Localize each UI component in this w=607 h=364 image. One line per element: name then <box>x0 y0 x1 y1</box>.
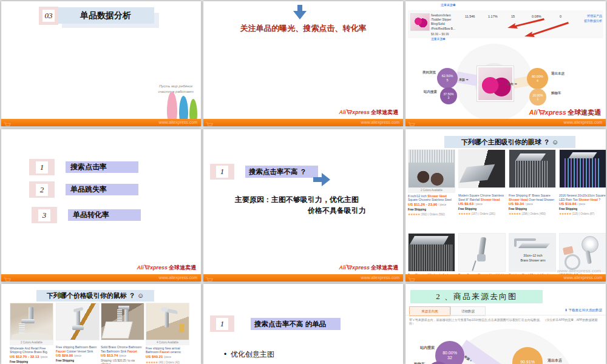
cart-logo-icon <box>538 109 545 115</box>
section-title: 单品数据分析 <box>57 7 154 24</box>
product-title[interactable]: 2016 Newest 20x20x10cm Square LED Rain T… <box>559 194 606 201</box>
product-price: US $29.00 /piece <box>56 354 100 359</box>
product-title[interactable]: Free Shipping 8" Brass Square Shower Hea… <box>509 194 556 201</box>
product-image-shower-arm: 30cm~12 inch Brass Shower arm <box>509 233 556 272</box>
footer-url: www.aliexpress.com <box>159 120 197 124</box>
product-card[interactable]: Free Shipping 8" Brass Square Shower Hea… <box>509 149 556 216</box>
slide-9[interactable]: 2 、商品来源去向图 来源去向图 详细数据 ⬇ 下载最近30天原始数据 带'+'… <box>405 284 606 364</box>
source-bubble-2[interactable]: 37.50% 3 <box>440 87 457 104</box>
product-thumbnail[interactable] <box>410 13 430 31</box>
product-card[interactable]: 2 Colors Available 8 inch/12 inch Shower… <box>408 149 455 217</box>
slide-7[interactable]: 下列哪个价格吸引你的鼠标 ？ ☺ 2 Colors Available Whol… <box>1 284 201 364</box>
handle-shape <box>478 237 486 256</box>
basin-shape <box>102 322 133 339</box>
manage-product-link[interactable]: 管理该产品 <box>584 13 602 18</box>
slide-footer-bar: www.aliexpress.com <box>203 274 403 281</box>
head-shape <box>518 243 551 248</box>
product-title[interactable]: Modern Square Chrome Stainless Steel 8" … <box>458 194 506 201</box>
product-title[interactable]: Solid Brass Chrome Bathroom Tap Bathroom… <box>101 345 144 352</box>
rating-row: ★★★★★ (298) | Orders (450) <box>509 212 556 216</box>
product-card[interactable]: 2016 Newest 20x20x10cm Square LED Rain T… <box>559 149 606 216</box>
slide-6[interactable]: 下列哪个主图吸引你的眼球 ？ ☺ 2 Colors Available 8 in… <box>405 129 606 281</box>
topic-label: 搜索点击率不高 的单品 <box>251 318 341 330</box>
slide-1[interactable]: 单品数据分析 03 Пусть мир ребёнок счастлив раб… <box>1 1 201 126</box>
data-analysis-link[interactable]: 提升数据分析 <box>584 18 602 23</box>
footer-url: www.aliexpress.com <box>361 275 399 280</box>
row-action-links: 管理该产品 提升数据分析 <box>584 13 602 23</box>
dest-bubble-2[interactable]: 20.00% 1 <box>529 89 546 106</box>
star-rating-icon: ★★★★★ <box>559 212 571 215</box>
plate-shape <box>459 164 495 183</box>
product-title[interactable]: 8 inch/12 inch Shower Head Square Chuvei… <box>408 194 455 201</box>
slide-4[interactable]: 1 搜索点击率 2 单品跳失率 3 单品转化率 Alixpress全球速卖通 w… <box>1 129 201 281</box>
col-exposure: 11,546 <box>465 15 475 18</box>
download-raw-data-link[interactable]: ⬇ 下载最近30天原始数据 <box>565 308 602 312</box>
arm-elbow <box>514 238 517 247</box>
source-bubble-site-search[interactable]: 80.00% 32 <box>435 341 464 364</box>
shipping-label: Shipping: US $20.25 / to via ePacket <box>101 359 144 364</box>
traffic-source-link-top[interactable]: 流量来源❷ <box>441 3 455 7</box>
round-head-shape <box>582 236 599 253</box>
label-source: 来源 ➡ <box>459 78 469 81</box>
slide-5[interactable]: 1 搜索点击率不高 ？ 主要原因：主图不够吸引力，优化主图 价格不具备吸引力 A… <box>203 129 403 281</box>
footer-url: www.aliexpress.com <box>564 120 602 124</box>
decorative-script: Пусть мир ребёнок счастлив работает <box>158 84 194 95</box>
product-title-line[interactable]: /Pink/Red/Bow B... <box>431 27 466 31</box>
product-card[interactable]: 2 Colors Available Wholesale And Retail … <box>10 303 53 364</box>
product-title-line[interactable]: /Toddler Slipper <box>431 18 466 22</box>
product-image-led-shower <box>559 149 606 188</box>
faucet-body <box>76 309 80 326</box>
shipping-label: Free Shipping <box>458 207 506 211</box>
metric-label-1: 搜索点击率 <box>66 161 138 173</box>
shipping-label: Free Shipping <box>10 360 53 364</box>
product-card[interactable]: 4 Colors Available Free shipping New arr… <box>146 303 189 364</box>
reason-line-1: 主要原因：主图不够吸引力，优化主图 <box>235 195 359 205</box>
cart-watermark-icon <box>408 275 415 281</box>
rating-row: ★★★★★ (392) | Orders (592) <box>408 212 455 217</box>
star-rating-icon: ★★★★★ <box>408 212 420 216</box>
slide-2[interactable]: 关注单品的曝光、搜索点击、转化率 Alixpress全球速卖通 www.alie… <box>203 1 403 126</box>
cart-watermark-icon <box>4 275 11 281</box>
slide-sorter-grid: 单品数据分析 03 Пусть мир ребёнок счастлив раб… <box>0 0 607 364</box>
shipping-label: Free Shipping <box>559 207 606 211</box>
cart-logo-icon <box>346 265 352 270</box>
section-subtitle: 2 、商品来源去向图 <box>410 290 543 303</box>
shipping-label: Free Shipping <box>408 208 455 212</box>
product-card[interactable]: Free Shipping Wholesale And <box>408 233 455 280</box>
metric-label-2: 单品跳失率 <box>66 184 138 195</box>
slide-3[interactable]: 流量来源❷ Newborn/Infant /Toddler Slipper Bl… <box>405 1 606 126</box>
dest-bubble-1[interactable]: 80.00% 4 <box>527 68 548 89</box>
colors-available-caption: 2 Colors Available <box>10 340 53 345</box>
product-card[interactable]: Brass Square Chrome Hand Held <box>458 233 506 280</box>
product-info: Newborn/Infant /Toddler Slipper Bling/So… <box>431 13 466 41</box>
highlight-arrows <box>497 16 575 39</box>
product-price: US $40.21 /piece <box>146 355 189 360</box>
slide-8[interactable]: 1 搜索点击率不高 的单品 • 优化创意主图 <box>203 284 403 364</box>
product-card[interactable]: 30cm~12 inch Brass Shower arm Stainless … <box>509 233 556 280</box>
image-text: 30cm~12 inch Brass Shower arm <box>513 253 553 263</box>
water-spray <box>410 244 453 271</box>
product-image-basin-faucet <box>56 303 100 340</box>
item-number-box: 3 <box>32 207 57 223</box>
aliexpress-logo: Alixpress全球速卖通 <box>339 109 398 116</box>
item-number-box: 1 <box>29 159 55 175</box>
product-title[interactable]: Free shipping New arrival Bathroom Fauce… <box>146 346 189 354</box>
slide-footer-bar: www.aliexpress.com <box>1 119 201 126</box>
product-title-line[interactable]: Bling/Solid <box>431 22 466 26</box>
item-number-box: 1 <box>210 315 234 332</box>
bracket-shape <box>477 254 486 261</box>
slide-footer-bar: www.aliexpress.com <box>203 119 403 126</box>
product-title-line[interactable]: Newborn/Infant <box>431 13 466 18</box>
product-image-round-hand-shower <box>559 233 606 272</box>
traffic-source-link[interactable]: 流量来源❷ <box>431 37 466 41</box>
product-title[interactable]: Free shipping Bathroom Basin Faucet Copp… <box>56 345 100 352</box>
arrow-right-icon <box>313 173 330 186</box>
cart-watermark-icon <box>206 275 213 281</box>
source-bubble-1[interactable]: 62.50% 5 <box>437 68 458 89</box>
product-title[interactable]: Wholesale And Retail Free Shipping Chrom… <box>10 346 53 354</box>
product-card[interactable]: Solid Brass Chrome Bathroom Tap Bathroom… <box>101 303 144 364</box>
product-card[interactable]: Free shipping Bathroom Basin Faucet Copp… <box>56 303 100 364</box>
waterfall <box>117 309 122 322</box>
product-card[interactable]: Modern Square Chrome Stainless Steel 8" … <box>458 149 506 216</box>
section-number-box: 03 <box>39 7 58 25</box>
